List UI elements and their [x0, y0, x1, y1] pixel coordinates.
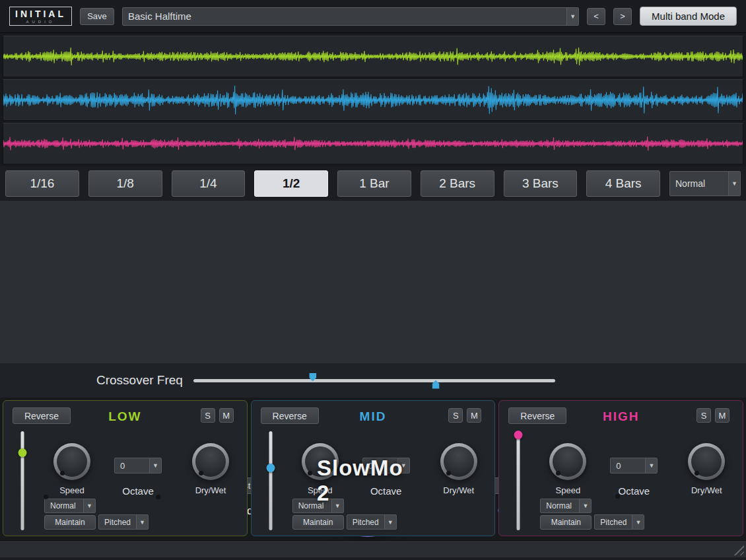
chevron-down-icon: ▼: [384, 515, 396, 529]
slider-handle[interactable]: [266, 464, 275, 472]
logo-main-text: INITIAL: [15, 9, 66, 18]
mute-button[interactable]: M: [219, 408, 234, 423]
speed-label: Speed: [52, 485, 92, 495]
resize-grip[interactable]: [731, 543, 744, 555]
chevron-down-icon: ▼: [645, 458, 657, 473]
chevron-down-icon: ▼: [83, 499, 95, 512]
pitch-mode-dropdown[interactable]: Pitched ▼: [98, 514, 149, 530]
band-level-slider[interactable]: [17, 431, 28, 530]
division-button-1-16[interactable]: 1/16: [5, 170, 79, 197]
band-dry-wet-label: Dry/Wet: [681, 485, 731, 495]
division-button-1-2[interactable]: 1/2: [254, 170, 328, 197]
band-dry-wet-label: Dry/Wet: [434, 485, 484, 495]
knob-indicator: [199, 471, 203, 475]
pitch-mode-value: Pitched: [99, 518, 136, 527]
band-dry-wet-knob[interactable]: [192, 443, 229, 480]
crossover-slider[interactable]: [193, 379, 555, 382]
speed-knob[interactable]: [53, 443, 90, 480]
band-mode-dropdown[interactable]: Normal ▼: [540, 499, 592, 513]
save-button[interactable]: Save: [80, 8, 114, 25]
chevron-down-icon: ▼: [728, 172, 740, 195]
division-button-4-bars[interactable]: 4 Bars: [586, 170, 660, 197]
knob-indicator: [308, 471, 312, 475]
chevron-down-icon: ▼: [579, 499, 591, 512]
preset-next-button[interactable]: >: [613, 8, 632, 25]
octave-dropdown[interactable]: 0 ▼: [114, 458, 162, 473]
knob-indicator: [556, 471, 560, 475]
slider-track: [269, 431, 272, 530]
division-button-1-8[interactable]: 1/8: [88, 170, 162, 197]
band-dry-wet-knob[interactable]: [688, 443, 725, 480]
waveform-display: [0, 33, 746, 166]
division-button-3-bars[interactable]: 3 Bars: [504, 170, 578, 197]
solo-button[interactable]: S: [696, 408, 711, 423]
chevron-down-icon: ▼: [149, 458, 161, 473]
knob-indicator: [60, 471, 65, 475]
preset-value: Basic Halftime: [123, 11, 566, 22]
knob-indicator: [615, 494, 620, 499]
division-button-2-bars[interactable]: 2 Bars: [421, 170, 494, 197]
knob-indicator: [695, 471, 699, 475]
crossover-freq-label: Crossover Freq: [96, 373, 183, 388]
slider-track: [517, 431, 520, 530]
trigger-mode-dropdown[interactable]: Normal ▼: [669, 171, 741, 196]
chevron-down-icon: ▼: [566, 8, 578, 25]
octave-dropdown[interactable]: 0 ▼: [610, 458, 658, 473]
band-dry-wet-knob[interactable]: [440, 443, 477, 480]
main-control-panel: Smooth Blend Fast ▼ Fade In SlowMo 2 Fas…: [0, 201, 746, 363]
mute-button[interactable]: M: [715, 408, 729, 423]
chevron-down-icon: ▼: [136, 515, 148, 529]
waveform-mid: [3, 79, 743, 121]
slider-track: [21, 431, 24, 530]
octave-value: 0: [611, 461, 645, 471]
crossover-section: Crossover Freq: [0, 363, 746, 398]
initial-audio-logo: INITIAL AUDIO: [9, 7, 72, 26]
band-dry-wet-label: Dry/Wet: [186, 485, 236, 495]
band-level-slider[interactable]: [512, 431, 524, 530]
maintain-button[interactable]: Maintain: [44, 515, 96, 530]
knob-indicator: [446, 471, 451, 475]
octave-value: 0: [115, 461, 149, 471]
band-mode-value: Normal: [541, 501, 579, 510]
plugin-title: SlowMo 2: [317, 456, 419, 506]
waveform-low-svg: [3, 36, 743, 77]
waveform-low: [3, 36, 743, 77]
solo-button[interactable]: S: [448, 408, 463, 423]
status-bar: [0, 540, 746, 557]
crossover-handle-high[interactable]: [432, 380, 440, 389]
maintain-button[interactable]: Maintain: [540, 515, 592, 530]
trigger-mode-value: Normal: [670, 178, 728, 189]
pitch-mode-dropdown[interactable]: Pitched ▼: [594, 514, 644, 530]
speed-knob[interactable]: [549, 443, 586, 480]
speed-label: Speed: [548, 485, 588, 495]
preset-dropdown[interactable]: Basic Halftime ▼: [122, 7, 579, 26]
note-division-bar: 1/16 1/8 1/4 1/2 1 Bar 2 Bars 3 Bars 4 B…: [0, 166, 746, 201]
multi-band-mode-button[interactable]: Multi band Mode: [640, 7, 737, 26]
crossover-handle-low[interactable]: [309, 373, 316, 382]
slider-handle[interactable]: [514, 431, 523, 439]
slider-handle[interactable]: [18, 448, 27, 457]
division-button-1-bar[interactable]: 1 Bar: [337, 170, 411, 197]
mute-button[interactable]: M: [467, 408, 481, 423]
band-panel-high: Reverse HIGH S M Speed 0 ▼ Octave Dry/We…: [498, 400, 743, 536]
maintain-button[interactable]: Maintain: [292, 515, 344, 530]
division-button-1-4[interactable]: 1/4: [172, 170, 246, 197]
waveform-high: [3, 123, 743, 164]
knob-indicator: [156, 495, 160, 499]
pitch-mode-value: Pitched: [595, 518, 632, 527]
pitch-mode-value: Pitched: [347, 518, 384, 527]
band-panel-low: Reverse LOW S M Speed 0 ▼ Octave Dry/Wet…: [3, 400, 248, 536]
solo-button[interactable]: S: [201, 408, 215, 423]
pitch-mode-dropdown[interactable]: Pitched ▼: [347, 514, 397, 530]
octave-label: Octave: [603, 485, 664, 497]
knob-indicator: [44, 495, 48, 499]
waveform-high-svg: [3, 123, 743, 164]
band-mode-dropdown[interactable]: Normal ▼: [44, 499, 96, 513]
band-level-slider[interactable]: [265, 431, 277, 530]
waveform-mid-svg: [3, 80, 743, 120]
chevron-down-icon: ▼: [632, 515, 644, 529]
logo-sub-text: AUDIO: [15, 20, 66, 24]
preset-prev-button[interactable]: <: [587, 8, 605, 25]
band-mode-value: Normal: [45, 501, 83, 510]
top-bar: INITIAL AUDIO Save Basic Halftime ▼ < > …: [0, 0, 746, 33]
